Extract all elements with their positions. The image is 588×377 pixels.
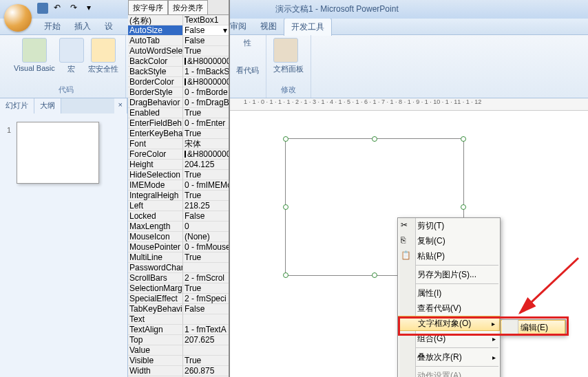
property-row[interactable]: TabKeyBehavioFalse [128,304,229,314]
menu-properties[interactable]: 属性(I) [398,286,500,301]
property-row[interactable]: Top207.625 [128,335,229,345]
tab-insert[interactable]: 插入 [67,18,98,35]
resize-handle[interactable] [283,136,288,142]
property-row[interactable]: Font宋体 [128,139,229,149]
menu-cut[interactable]: ✂剪切(T) [398,218,500,233]
redo-icon[interactable]: ↷ [70,3,81,14]
visual-basic-button[interactable]: Visual Basic [14,38,55,74]
property-row[interactable]: SpecialEffect2 - fmSpeci [128,294,229,304]
property-row[interactable]: VisibleTrue [128,356,229,366]
macro-security-button[interactable]: 宏安全性 [88,38,118,74]
property-row[interactable]: AutoWordSelectTrue [128,46,229,56]
property-row[interactable]: MaxLength0 [128,222,229,232]
undo-icon[interactable]: ↶ [54,3,65,14]
menu-view-code[interactable]: 查看代码(V) [398,301,500,316]
ribbon-group-controls: 性 看代码 [229,35,266,98]
menu-action-settings[interactable]: 动作设置(A) [398,368,500,377]
property-row[interactable]: MousePointer0 - fmMouse [128,242,229,252]
property-row[interactable]: BackStyle1 - fmBackS [128,67,229,77]
submenu-arrow-icon: ▸ [492,354,496,361]
resize-handle[interactable] [283,272,288,278]
resize-handle[interactable] [372,136,377,142]
property-row[interactable]: LockedFalse [128,211,229,222]
property-row[interactable]: IMEMode0 - fmIMEMo [128,180,229,191]
property-row[interactable]: EnabledTrue [128,108,229,118]
properties-button[interactable]: 性 [244,38,251,48]
title-bar: ↶ ↷ ▾ 演示文稿1 - Microsoft PowerPoint [0,0,588,19]
tab-view[interactable]: 视图 [253,18,284,35]
tab-design[interactable]: 设 [98,18,120,35]
property-row[interactable]: MouseIcon(None) [128,232,229,242]
window-title: 演示文稿1 - Microsoft PowerPoint [275,3,399,15]
property-row[interactable]: PasswordChar [128,263,229,273]
quick-access-toolbar: ↶ ↷ ▾ [37,3,98,14]
menu-order[interactable]: 叠放次序(R)▸ [398,349,500,365]
menu-textbox-object[interactable]: 文字框对象(O)▸ [398,316,500,331]
property-row[interactable]: HideSelectionTrue [128,170,229,180]
property-row[interactable]: AutoSizeFalse▾ [128,25,229,36]
property-row[interactable]: IntegralHeighTrue [128,191,229,201]
office-button[interactable] [4,4,32,32]
ribbon: Visual Basic 宏 宏安全性 代码 性 看代码 文档面板 修改 [0,35,588,98]
property-row[interactable]: AutoTabFalse [128,36,229,46]
slides-panel: 幻灯片 大纲 × 1 [0,98,128,377]
ribbon-group-modify: 文档面板 修改 [266,35,311,98]
tab-start[interactable]: 开始 [37,18,67,35]
props-tab-categorized[interactable]: 按分类序 [168,0,208,14]
resize-handle[interactable] [283,204,288,210]
property-row[interactable]: TextAlign1 - fmTextA [128,325,229,335]
props-tab-alphabetic[interactable]: 按字母序 [128,0,168,14]
slide-thumbnail[interactable] [17,122,99,184]
property-row[interactable]: Height204.125 [128,160,229,170]
property-row[interactable]: EnterFieldBeh0 - fmEnter [128,118,229,129]
horizontal-ruler: 1 · 1 · 0 · 1 · 1 · 1 · 2 · 1 · 3 · 1 · … [230,98,588,111]
property-row[interactable]: BorderStyle0 - fmBorde [128,87,229,98]
property-row[interactable]: DragBehavior0 - fmDragB [128,98,229,108]
copy-icon: ⎘ [401,235,412,246]
context-menu: ✂剪切(T) ⎘复制(C) 📋粘贴(P) 另存为图片(S)... 属性(I) 查… [397,217,501,377]
close-panel-icon[interactable]: × [114,98,127,114]
menu-group[interactable]: 组合(G)▸ [398,331,500,346]
submenu-arrow-icon: ▸ [492,320,495,327]
save-icon[interactable] [37,3,48,14]
macros-button[interactable]: 宏 [59,38,84,74]
property-row[interactable]: ScrollBars2 - fmScrol [128,273,229,283]
properties-window: 按字母序 按分类序 (名称)TextBox1AutoSizeFalse▾Auto… [128,0,230,377]
property-row[interactable]: Left218.25 [128,201,229,211]
slide-number: 1 [7,126,11,134]
property-row[interactable]: (名称)TextBox1 [128,15,229,25]
view-code-button[interactable]: 看代码 [236,65,259,76]
ribbon-tabs: 开始 插入 设 审阅 视图 开发工具 [0,19,588,35]
qat-dropdown-icon[interactable]: ▾ [87,3,98,14]
property-row[interactable]: BorderColor&H8000000 [128,77,229,87]
tab-developer[interactable]: 开发工具 [284,18,332,36]
property-row[interactable]: BackColor&H8000000 [128,56,229,67]
submenu-arrow-icon: ▸ [492,335,496,343]
paste-icon: 📋 [401,250,412,261]
menu-copy[interactable]: ⎘复制(C) [398,233,500,248]
context-submenu: 编辑(E) [500,319,566,336]
property-row[interactable]: MultiLineTrue [128,252,229,263]
document-panel-button[interactable]: 文档面板 [273,38,304,74]
cut-icon: ✂ [401,220,412,231]
menu-save-as-image[interactable]: 另存为图片(S)... [398,267,500,282]
property-row[interactable]: Text [128,314,229,325]
resize-handle[interactable] [461,136,466,142]
properties-grid[interactable]: (名称)TextBox1AutoSizeFalse▾AutoTabFalseAu… [128,15,229,377]
resize-handle[interactable] [461,204,466,210]
menu-paste[interactable]: 📋粘贴(P) [398,248,500,263]
property-row[interactable]: ForeColor&H8000000 [128,149,229,160]
property-row[interactable]: SelectionMargTrue [128,283,229,294]
tab-outline[interactable]: 大纲 [34,98,61,114]
property-row[interactable]: Width260.875 [128,366,229,376]
property-row[interactable]: Value [128,345,229,356]
tab-slides[interactable]: 幻灯片 [0,98,34,114]
ribbon-group-code: Visual Basic 宏 宏安全性 代码 [7,35,126,98]
resize-handle[interactable] [372,272,377,278]
property-row[interactable]: EnterKeyBehavTrue [128,129,229,139]
